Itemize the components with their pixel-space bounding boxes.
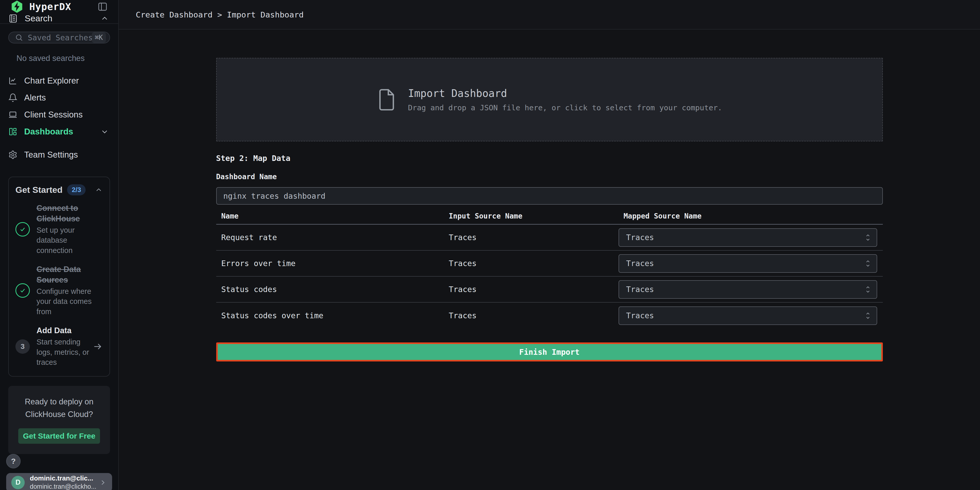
mapped-source-select[interactable]: Traces: [619, 254, 877, 273]
get-started-item-title: Add Data: [37, 326, 89, 336]
top-bar: Create Dashboard > Import Dashboard: [119, 0, 980, 30]
sidebar-bottom: ? D dominic.tran@clic... dominic.tran@cl…: [0, 454, 118, 490]
get-started-items: Connect to ClickHouse Set up your databa…: [16, 203, 103, 368]
get-started-free-button[interactable]: Get Started for Free: [18, 428, 100, 444]
logo-row: HyperDX: [0, 0, 118, 13]
sidebar-item-client-sessions[interactable]: Client Sessions: [0, 106, 118, 123]
cell-name: Request rate: [216, 233, 444, 242]
main-area: Create Dashboard > Import Dashboard Impo…: [119, 0, 980, 490]
nav-label: Dashboards: [24, 127, 73, 137]
get-started-item-sources[interactable]: Create Data Sources Configure where your…: [16, 264, 103, 317]
chevron-down-icon: [100, 127, 109, 136]
sidebar-nav: Chart Explorer Alerts Client Sessions: [0, 72, 118, 163]
get-started-item-add-data[interactable]: 3 Add Data Start sending logs, metrics, …: [16, 326, 103, 368]
user-name: dominic.tran@clic...: [30, 474, 98, 482]
saved-searches-searchbar[interactable]: ⌘K: [8, 32, 110, 43]
table-row: Errors over time Traces Traces: [216, 251, 883, 277]
cell-input-source: Traces: [444, 285, 619, 294]
chevron-up-icon[interactable]: [95, 186, 103, 194]
column-header-input-source: Input Source Name: [444, 212, 619, 220]
get-started-item-desc: Configure where your data comes from: [37, 286, 103, 317]
column-header-mapped-source: Mapped Source Name: [619, 212, 883, 220]
table-header: Name Input Source Name Mapped Source Nam…: [216, 210, 883, 225]
cell-name: Status codes: [216, 285, 444, 294]
progress-badge: 2/3: [67, 185, 86, 196]
get-started-item-connect[interactable]: Connect to ClickHouse Set up your databa…: [16, 203, 103, 256]
nav-label: Team Settings: [24, 150, 78, 160]
get-started-item-title: Connect to ClickHouse: [37, 203, 103, 224]
table-row: Status codes over time Traces Traces: [216, 302, 883, 329]
column-header-name: Name: [216, 212, 444, 220]
cell-input-source: Traces: [444, 233, 619, 242]
gear-icon: [8, 150, 18, 159]
sidebar-item-dashboards[interactable]: Dashboards: [0, 123, 118, 140]
avatar: D: [11, 476, 25, 489]
select-chevrons-icon: [864, 232, 872, 243]
bell-icon: [8, 93, 18, 102]
step-number-badge: 3: [16, 339, 30, 354]
user-email: dominic.tran@clickho...: [30, 482, 98, 490]
check-circle-icon: [16, 222, 30, 237]
no-saved-searches-note: No saved searches: [16, 54, 110, 63]
select-chevrons-icon: [864, 310, 872, 321]
dashboard-grid-icon: [8, 127, 18, 136]
dashboard-name-label: Dashboard Name: [216, 172, 883, 181]
get-started-item-desc: Start sending logs, metrics, or traces: [37, 337, 89, 368]
shortcut-badge: ⌘K: [92, 32, 106, 43]
app-root: HyperDX Search ⌘K: [0, 0, 980, 490]
finish-import-button[interactable]: Finish Import: [216, 342, 883, 361]
promo-line2: ClickHouse Cloud?: [16, 408, 103, 421]
search-icon: [15, 33, 23, 41]
select-value: Traces: [626, 285, 864, 294]
sidebar-toggle-icon[interactable]: [97, 1, 108, 12]
nav-label: Chart Explorer: [24, 76, 79, 86]
chevron-right-icon: [98, 478, 107, 487]
journal-icon: [8, 14, 18, 23]
nav-label: Client Sessions: [24, 110, 83, 119]
nav-label: Alerts: [24, 93, 46, 103]
breadcrumb: Create Dashboard > Import Dashboard: [136, 10, 304, 19]
select-chevrons-icon: [864, 284, 872, 294]
cell-name: Errors over time: [216, 259, 444, 268]
sidebar-item-alerts[interactable]: Alerts: [0, 89, 118, 106]
step-label: Step 2: Map Data: [216, 154, 883, 163]
file-icon: [377, 88, 397, 112]
sidebar-item-team-settings[interactable]: Team Settings: [0, 146, 118, 163]
get-started-header[interactable]: Get Started 2/3: [16, 185, 103, 196]
saved-searches-input[interactable]: [28, 33, 92, 42]
select-value: Traces: [626, 259, 864, 268]
select-chevrons-icon: [864, 258, 872, 269]
arrow-right-icon[interactable]: [92, 341, 103, 352]
cell-input-source: Traces: [444, 259, 619, 268]
import-dropzone[interactable]: Import Dashboard Drag and drop a JSON fi…: [216, 58, 883, 142]
mapped-source-select[interactable]: Traces: [619, 307, 877, 325]
laptop-icon: [8, 110, 18, 119]
get-started-item-desc: Set up your database connection: [37, 225, 103, 256]
promo-line1: Ready to deploy on: [16, 396, 103, 408]
help-button[interactable]: ?: [6, 454, 21, 468]
mapped-source-select[interactable]: Traces: [619, 228, 877, 247]
sidebar-item-search[interactable]: Search: [0, 13, 118, 24]
dashboard-name-input[interactable]: [216, 187, 883, 205]
table-row: Request rate Traces Traces: [216, 225, 883, 251]
content-area: Import Dashboard Drag and drop a JSON fi…: [119, 30, 980, 490]
check-circle-icon: [16, 283, 30, 298]
select-value: Traces: [626, 311, 864, 320]
table-row: Status codes Traces Traces: [216, 277, 883, 302]
get-started-card: Get Started 2/3 Connect to ClickHouse Se…: [8, 177, 110, 377]
search-section-label: Search: [25, 13, 52, 23]
sidebar: HyperDX Search ⌘K: [0, 0, 119, 490]
mapped-source-select[interactable]: Traces: [619, 280, 877, 299]
sidebar-item-chart-explorer[interactable]: Chart Explorer: [0, 72, 118, 89]
user-menu[interactable]: D dominic.tran@clic... dominic.tran@clic…: [6, 473, 112, 490]
chevron-up-icon[interactable]: [100, 14, 109, 23]
brand-name: HyperDX: [29, 1, 71, 12]
clickhouse-cloud-promo: Ready to deploy on ClickHouse Cloud? Get…: [8, 386, 110, 454]
dropzone-subtitle: Drag and drop a JSON file here, or click…: [408, 103, 722, 112]
hyperdx-logo-icon: [10, 0, 24, 13]
get-started-title: Get Started: [16, 185, 62, 195]
select-value: Traces: [626, 233, 864, 242]
chart-line-icon: [8, 76, 18, 85]
mapping-table: Name Input Source Name Mapped Source Nam…: [216, 210, 883, 329]
dropzone-title: Import Dashboard: [408, 88, 722, 99]
